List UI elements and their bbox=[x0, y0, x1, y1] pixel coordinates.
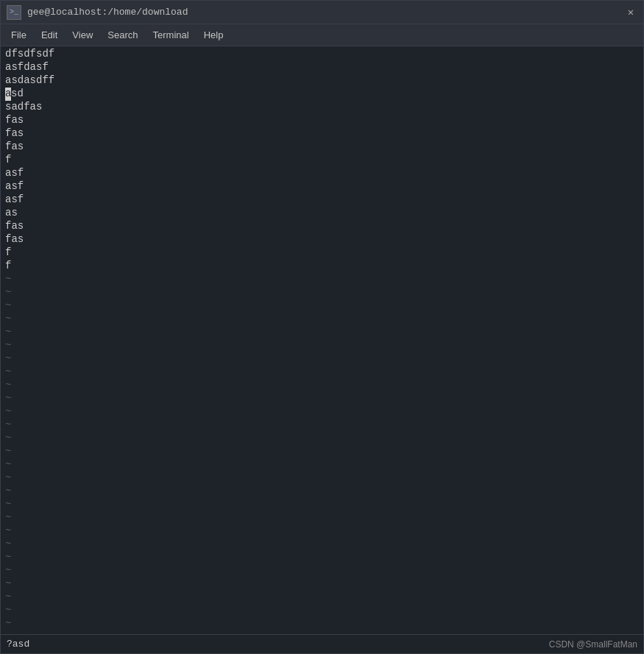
menu-terminal[interactable]: Terminal bbox=[146, 26, 197, 43]
tilde-2: ~ bbox=[5, 286, 639, 299]
tilde-1: ~ bbox=[5, 273, 639, 286]
line-1: dfsdfsdf bbox=[5, 48, 639, 61]
line-11: asf bbox=[5, 180, 639, 193]
menu-file[interactable]: File bbox=[4, 26, 34, 43]
tilde-20: ~ bbox=[5, 525, 639, 538]
line-3: asdasdff bbox=[5, 74, 639, 88]
menu-bar: File Edit View Search Terminal Help bbox=[1, 24, 643, 46]
tilde-17: ~ bbox=[5, 485, 639, 498]
tilde-13: ~ bbox=[5, 432, 639, 445]
tilde-5: ~ bbox=[5, 326, 639, 339]
title-bar: >_ gee@localhost:/home/download ✕ bbox=[1, 1, 643, 24]
status-bar: ?asd CSDN @SmallFatMan bbox=[1, 634, 643, 653]
line-16: f bbox=[5, 246, 639, 260]
line-12: asf bbox=[5, 193, 639, 207]
tilde-3: ~ bbox=[5, 299, 639, 313]
tilde-11: ~ bbox=[5, 405, 639, 419]
tilde-7: ~ bbox=[5, 352, 639, 366]
command-status: ?asd bbox=[7, 639, 29, 650]
tilde-8: ~ bbox=[5, 366, 639, 379]
line-6: fas bbox=[5, 114, 639, 127]
window-title: gee@localhost:/home/download bbox=[27, 7, 188, 18]
tilde-25: ~ bbox=[5, 591, 639, 604]
terminal-icon: >_ bbox=[7, 5, 21, 20]
tilde-26: ~ bbox=[5, 604, 639, 617]
line-10: asf bbox=[5, 167, 639, 180]
close-button[interactable]: ✕ bbox=[624, 6, 637, 19]
line-9: f bbox=[5, 154, 639, 167]
watermark: CSDN @SmallFatMan bbox=[549, 639, 637, 650]
tilde-4: ~ bbox=[5, 313, 639, 326]
menu-help[interactable]: Help bbox=[197, 26, 231, 43]
tilde-14: ~ bbox=[5, 445, 639, 458]
tilde-24: ~ bbox=[5, 577, 639, 591]
menu-search[interactable]: Search bbox=[100, 26, 145, 43]
tilde-10: ~ bbox=[5, 392, 639, 405]
line-5: sadfas bbox=[5, 101, 639, 114]
editor-area[interactable]: dfsdfsdf asfdasf asdasdff asd sadfas fas… bbox=[1, 46, 643, 634]
line-4-cursor: asd bbox=[5, 88, 639, 101]
tilde-16: ~ bbox=[5, 472, 639, 485]
terminal-window: >_ gee@localhost:/home/download ✕ File E… bbox=[0, 0, 644, 654]
content-area: dfsdfsdf asfdasf asdasdff asd sadfas fas… bbox=[1, 46, 643, 634]
title-bar-left: >_ gee@localhost:/home/download bbox=[7, 5, 188, 20]
line-14: fas bbox=[5, 220, 639, 233]
line-2: asfdasf bbox=[5, 61, 639, 74]
line-8: fas bbox=[5, 141, 639, 154]
line-13: as bbox=[5, 207, 639, 220]
cursor: a bbox=[5, 88, 11, 101]
menu-edit[interactable]: Edit bbox=[34, 26, 65, 43]
line-15: fas bbox=[5, 233, 639, 246]
tilde-6: ~ bbox=[5, 339, 639, 352]
tilde-19: ~ bbox=[5, 511, 639, 525]
line-17: f bbox=[5, 260, 639, 273]
tilde-27: ~ bbox=[5, 617, 639, 630]
tilde-23: ~ bbox=[5, 564, 639, 577]
tilde-22: ~ bbox=[5, 551, 639, 564]
menu-view[interactable]: View bbox=[65, 26, 100, 43]
tilde-18: ~ bbox=[5, 498, 639, 511]
tilde-21: ~ bbox=[5, 538, 639, 551]
tilde-15: ~ bbox=[5, 458, 639, 472]
tilde-9: ~ bbox=[5, 379, 639, 392]
line-7: fas bbox=[5, 127, 639, 141]
tilde-12: ~ bbox=[5, 419, 639, 432]
tilde-28: ~ bbox=[5, 630, 639, 634]
